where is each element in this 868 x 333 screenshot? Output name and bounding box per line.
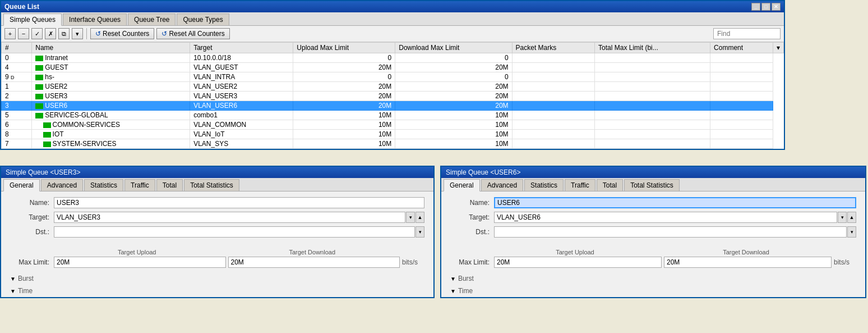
- cell-comment: [710, 82, 773, 92]
- table-row[interactable]: 7 SYSTEM-SERVICES VLAN_SYS 10M 10M: [2, 139, 784, 149]
- user3-target-wrap: ▾ ▲: [54, 212, 424, 223]
- user3-tab-total[interactable]: Total: [156, 179, 183, 191]
- col-total-max[interactable]: Total Max Limit (bi...: [595, 43, 710, 53]
- find-input[interactable]: [713, 28, 781, 39]
- user3-max-limit-row: Max Limit: bits/s: [10, 257, 424, 268]
- cell-total-max: [595, 130, 710, 139]
- user6-limit-section: Target Upload Target Download Max Limit:…: [441, 247, 865, 272]
- user6-max-limit-row: Max Limit: bits/s: [450, 257, 856, 268]
- cell-num: 3: [2, 101, 32, 111]
- close-button[interactable]: ✕: [772, 3, 781, 11]
- user6-max-upload-input[interactable]: [494, 257, 662, 268]
- user3-max-upload-input[interactable]: [54, 257, 226, 268]
- maximize-button[interactable]: □: [761, 3, 770, 11]
- cell-download-max: 0: [395, 53, 512, 63]
- user6-dst-dropdown[interactable]: ▾: [847, 226, 856, 238]
- col-download-max[interactable]: Download Max Limit: [395, 43, 512, 53]
- user3-tab-traffic[interactable]: Traffic: [124, 179, 155, 191]
- user6-time-arrow: ▼: [450, 288, 456, 294]
- user6-target-up[interactable]: ▲: [847, 212, 856, 223]
- user6-max-download-input[interactable]: [664, 257, 832, 268]
- table-row[interactable]: 6 COMMON-SERVICES VLAN_COMMON 10M 10M: [2, 120, 784, 130]
- table-row[interactable]: 8 IOT VLAN_IoT 10M 10M: [2, 130, 784, 139]
- user6-tab-total-statistics[interactable]: Total Statistics: [624, 179, 680, 191]
- cell-upload-max: 10M: [293, 111, 395, 120]
- cell-name: COMMON-SERVICES: [32, 120, 190, 130]
- user3-target-input[interactable]: [54, 212, 405, 223]
- col-target[interactable]: Target: [190, 43, 293, 53]
- remove-button[interactable]: −: [18, 28, 29, 39]
- copy-button[interactable]: ⧉: [58, 28, 70, 39]
- user3-dst-input[interactable]: [54, 226, 415, 238]
- table-row[interactable]: 5 SERVICES-GLOBAL combo1 10M 10M: [2, 111, 784, 120]
- user6-name-input[interactable]: [494, 197, 856, 208]
- reset-counters-button[interactable]: ↺ Reset Counters: [90, 28, 154, 39]
- user3-target-dropdown[interactable]: ▾: [406, 212, 415, 223]
- cell-target: VLAN_USER2: [190, 82, 293, 92]
- col-upload-max[interactable]: Upload Max Limit: [293, 43, 395, 53]
- user3-name-input[interactable]: [54, 197, 424, 208]
- user6-dst-input[interactable]: [494, 226, 847, 238]
- cell-download-max: 10M: [395, 111, 512, 120]
- user3-time-arrow: ▼: [10, 288, 16, 294]
- cell-name: USER2: [32, 82, 190, 92]
- col-dropdown[interactable]: ▾: [773, 43, 784, 53]
- col-name[interactable]: Name: [32, 43, 190, 53]
- user6-upload-label: Target Upload: [490, 249, 661, 256]
- user6-tab-advanced[interactable]: Advanced: [481, 179, 523, 191]
- user3-tab-general[interactable]: General: [3, 179, 40, 191]
- user6-tab-general[interactable]: General: [444, 179, 480, 191]
- user3-max-download-input[interactable]: [228, 257, 400, 268]
- user6-tab-traffic[interactable]: Traffic: [565, 179, 595, 191]
- col-comment[interactable]: Comment: [710, 43, 773, 53]
- user6-target-input[interactable]: [494, 212, 837, 223]
- cross-button[interactable]: ✗: [45, 28, 56, 39]
- add-button[interactable]: +: [4, 28, 16, 39]
- user3-download-label: Target Download: [225, 249, 400, 256]
- check-button[interactable]: ✓: [31, 28, 43, 39]
- user3-target-up[interactable]: ▲: [415, 212, 424, 223]
- user6-target-dropdown[interactable]: ▾: [838, 212, 847, 223]
- col-packet-marks[interactable]: Packet Marks: [512, 43, 594, 53]
- cell-comment: [710, 72, 773, 82]
- tab-interface-queues[interactable]: Interface Queues: [63, 13, 127, 25]
- table-row[interactable]: 2 USER3 VLAN_USER3 20M 20M: [2, 92, 784, 101]
- user3-tabs: General Advanced Statistics Traffic Tota…: [1, 178, 433, 191]
- cell-packet-marks: [512, 72, 594, 82]
- user3-burst-collapse[interactable]: ▼ Burst: [1, 272, 433, 285]
- user6-burst-collapse[interactable]: ▼ Burst: [441, 272, 865, 285]
- cell-num: 9 D: [2, 72, 32, 82]
- user3-time-collapse[interactable]: ▼ Time: [1, 285, 433, 297]
- user3-tab-total-statistics[interactable]: Total Statistics: [184, 179, 239, 191]
- reset-all-counters-button[interactable]: ↺ Reset All Counters: [156, 28, 229, 39]
- tab-queue-types[interactable]: Queue Types: [177, 13, 229, 25]
- user3-target-row: Target: ▾ ▲: [10, 212, 424, 223]
- tab-queue-tree[interactable]: Queue Tree: [128, 13, 176, 25]
- user3-burst-label: Burst: [18, 275, 34, 282]
- col-num[interactable]: #: [2, 43, 32, 53]
- cell-packet-marks: [512, 101, 594, 111]
- filter-button[interactable]: ▾: [72, 28, 83, 39]
- user6-time-collapse[interactable]: ▼ Time: [441, 285, 865, 297]
- cell-target: 10.10.0.0/18: [190, 53, 293, 63]
- user3-dst-row: Dst.: ▾: [10, 226, 424, 238]
- minimize-button[interactable]: _: [751, 3, 760, 11]
- table-row[interactable]: 9 D hs- VLAN_INTRA 0 0: [2, 72, 784, 82]
- cell-comment: [710, 111, 773, 120]
- user6-tab-statistics[interactable]: Statistics: [524, 179, 564, 191]
- cell-name: USER6: [32, 101, 190, 111]
- table-row[interactable]: 4 GUEST VLAN_GUEST 20M 20M: [2, 63, 784, 72]
- user6-dst-row: Dst.: ▾: [450, 226, 856, 238]
- user3-tab-advanced[interactable]: Advanced: [41, 179, 83, 191]
- user3-dst-dropdown[interactable]: ▾: [415, 226, 424, 238]
- user6-tab-total[interactable]: Total: [597, 179, 623, 191]
- cell-comment: [710, 130, 773, 139]
- table-row[interactable]: 3 USER6 VLAN_USER6 20M 20M: [2, 101, 784, 111]
- cell-download-max: 20M: [395, 63, 512, 72]
- user3-burst-arrow: ▼: [10, 276, 16, 282]
- user3-tab-statistics[interactable]: Statistics: [84, 179, 123, 191]
- table-row[interactable]: 1 USER2 VLAN_USER2 20M 20M: [2, 82, 784, 92]
- tab-simple-queues[interactable]: Simple Queues: [3, 13, 62, 26]
- user6-name-label: Name:: [450, 199, 490, 207]
- table-row[interactable]: 0 Intranet 10.10.0.0/18 0 0: [2, 53, 784, 63]
